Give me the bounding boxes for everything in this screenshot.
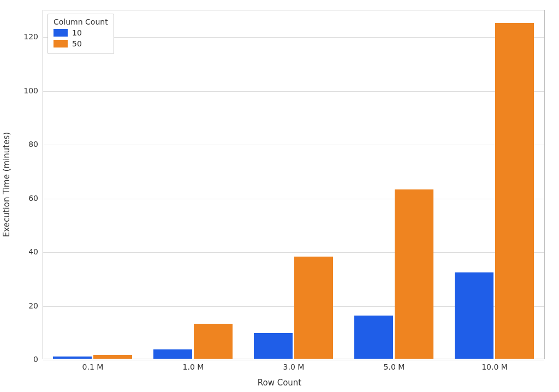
bar-series-10 bbox=[354, 316, 393, 359]
x-tick-label: 1.0 M bbox=[183, 363, 204, 371]
x-tick-label: 3.0 M bbox=[283, 363, 305, 371]
legend-label: 50 bbox=[72, 38, 82, 49]
legend-swatch-icon bbox=[53, 29, 68, 37]
x-axis-label: Row Count bbox=[0, 378, 559, 388]
gridline bbox=[43, 360, 544, 360]
y-axis-label: Execution Time (minutes) bbox=[2, 132, 11, 237]
y-tick-label: 100 bbox=[16, 86, 38, 95]
bar-series-10 bbox=[53, 357, 92, 359]
plot-area: Column Count 10 50 bbox=[43, 10, 545, 359]
chart-container: Execution Time (minutes) 0 20 40 60 80 1… bbox=[0, 0, 559, 392]
y-tick-label: 0 bbox=[16, 355, 38, 364]
gridline bbox=[43, 199, 544, 199]
y-tick-label: 40 bbox=[16, 247, 38, 256]
x-tick-label: 10.0 M bbox=[481, 363, 508, 371]
y-tick-label: 120 bbox=[16, 32, 38, 41]
legend-item: 10 bbox=[53, 27, 108, 38]
bar-series-10 bbox=[254, 333, 293, 359]
legend-item: 50 bbox=[53, 38, 108, 49]
bar-series-50 bbox=[194, 324, 233, 359]
x-tick-label: 0.1 M bbox=[82, 363, 104, 371]
legend-swatch-icon bbox=[53, 40, 68, 47]
bar-series-10 bbox=[455, 272, 493, 359]
y-tick-label: 20 bbox=[16, 301, 38, 310]
bar-series-10 bbox=[153, 349, 192, 359]
y-tick-label: 60 bbox=[16, 194, 38, 203]
bar-series-50 bbox=[294, 257, 333, 359]
x-tick-label: 5.0 M bbox=[384, 363, 405, 371]
bar-series-50 bbox=[495, 23, 534, 359]
legend: Column Count 10 50 bbox=[47, 14, 114, 54]
gridline bbox=[43, 91, 544, 92]
y-tick-label: 80 bbox=[16, 140, 38, 149]
gridline bbox=[43, 252, 544, 253]
legend-label: 10 bbox=[72, 27, 82, 38]
bar-series-50 bbox=[395, 189, 433, 359]
gridline bbox=[43, 145, 544, 145]
legend-title: Column Count bbox=[53, 17, 108, 26]
bar-series-50 bbox=[93, 355, 132, 359]
gridline bbox=[43, 37, 544, 38]
